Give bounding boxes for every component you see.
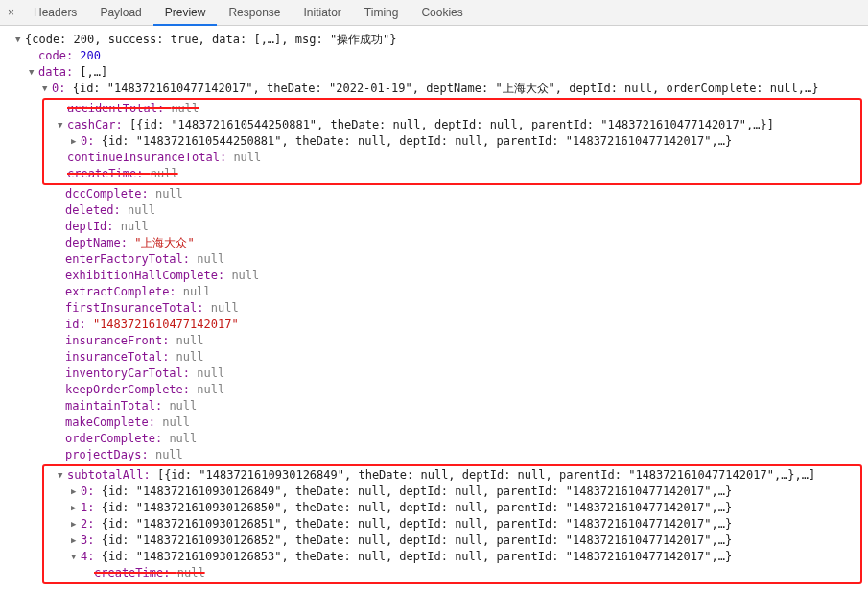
tree-root[interactable]: {code: 200, success: true, data: [,…], m… <box>6 32 868 48</box>
chevron-right-icon[interactable] <box>71 532 81 549</box>
chevron-right-icon[interactable] <box>71 500 81 516</box>
prop-extractComplete[interactable]: extractComplete: null <box>6 284 868 300</box>
subtotalAll-item-3[interactable]: 3: {id: "1483721610930126852", theDate: … <box>44 532 860 549</box>
prop-maintainTotal[interactable]: maintainTotal: null <box>6 398 868 414</box>
prop-continueInsuranceTotal[interactable]: continueInsuranceTotal: null <box>44 150 860 166</box>
json-tree: {code: 200, success: true, data: [,…], m… <box>0 26 868 591</box>
tab-timing[interactable]: Timing <box>353 0 411 26</box>
chevron-right-icon[interactable] <box>71 133 81 150</box>
tab-preview[interactable]: Preview <box>153 0 218 26</box>
prop-createTime[interactable]: createTime: null <box>44 166 860 182</box>
chevron-right-icon[interactable] <box>71 484 81 500</box>
prop-deptName[interactable]: deptName: "上海大众" <box>6 235 868 251</box>
prop-deleted[interactable]: deleted: null <box>6 202 868 219</box>
prop-projectDays[interactable]: projectDays: null <box>6 447 868 463</box>
prop-deptId[interactable]: deptId: null <box>6 219 868 235</box>
prop-exhibitionHallComplete[interactable]: exhibitionHallComplete: null <box>6 268 868 284</box>
tab-headers[interactable]: Headers <box>22 0 88 26</box>
prop-keepOrderComplete[interactable]: keepOrderComplete: null <box>6 382 868 398</box>
prop-firstInsuranceTotal[interactable]: firstInsuranceTotal: null <box>6 300 868 317</box>
prop-cashCar[interactable]: cashCar: [{id: "1483721610544250881", th… <box>44 117 860 133</box>
tab-response[interactable]: Response <box>217 0 292 26</box>
subtotalAll-item-0[interactable]: 0: {id: "1483721610930126849", theDate: … <box>44 484 860 500</box>
chevron-down-icon[interactable] <box>15 32 25 48</box>
chevron-down-icon[interactable] <box>29 64 38 81</box>
chevron-down-icon[interactable] <box>58 117 67 133</box>
data-item-0[interactable]: 0: {id: "1483721610477142017", theDate: … <box>6 81 868 97</box>
prop-enterFactoryTotal[interactable]: enterFactoryTotal: null <box>6 251 868 268</box>
devtools-tabbar: × Headers Payload Preview Response Initi… <box>0 0 868 26</box>
prop-createTime-sub4[interactable]: createTime: null <box>44 565 860 581</box>
subtotalAll-item-2[interactable]: 2: {id: "1483721610930126851", theDate: … <box>44 516 860 532</box>
prop-id[interactable]: id: "1483721610477142017" <box>6 317 868 333</box>
prop-data[interactable]: data: [,…] <box>6 64 868 81</box>
highlight-box-2: subtotalAll: [{id: "1483721610930126849"… <box>42 464 862 584</box>
prop-accidentTotal[interactable]: accidentTotal: null <box>44 101 860 117</box>
prop-inventoryCarTotal[interactable]: inventoryCarTotal: null <box>6 366 868 382</box>
prop-makeComplete[interactable]: makeComplete: null <box>6 414 868 431</box>
tab-payload[interactable]: Payload <box>88 0 152 26</box>
cashCar-item-0[interactable]: 0: {id: "1483721610544250881", theDate: … <box>44 133 860 150</box>
subtotalAll-item-4[interactable]: 4: {id: "1483721610930126853", theDate: … <box>44 549 860 565</box>
prop-code[interactable]: code: 200 <box>6 48 868 64</box>
chevron-right-icon[interactable] <box>71 516 81 532</box>
tab-initiator[interactable]: Initiator <box>292 0 352 26</box>
subtotalAll-item-1[interactable]: 1: {id: "1483721610930126850", theDate: … <box>44 500 860 516</box>
highlight-box-1: accidentTotal: null cashCar: [{id: "1483… <box>42 98 862 185</box>
prop-subtotalAll[interactable]: subtotalAll: [{id: "1483721610930126849"… <box>44 467 860 484</box>
prop-orderComplete[interactable]: orderComplete: null <box>6 431 868 447</box>
tab-cookies[interactable]: Cookies <box>410 0 474 26</box>
prop-dccComplete[interactable]: dccComplete: null <box>6 186 868 202</box>
chevron-down-icon[interactable] <box>71 549 81 565</box>
close-icon[interactable]: × <box>4 6 22 19</box>
prop-insuranceFront[interactable]: insuranceFront: null <box>6 333 868 349</box>
chevron-down-icon[interactable] <box>58 467 67 484</box>
chevron-down-icon[interactable] <box>42 81 52 97</box>
prop-insuranceTotal[interactable]: insuranceTotal: null <box>6 349 868 366</box>
